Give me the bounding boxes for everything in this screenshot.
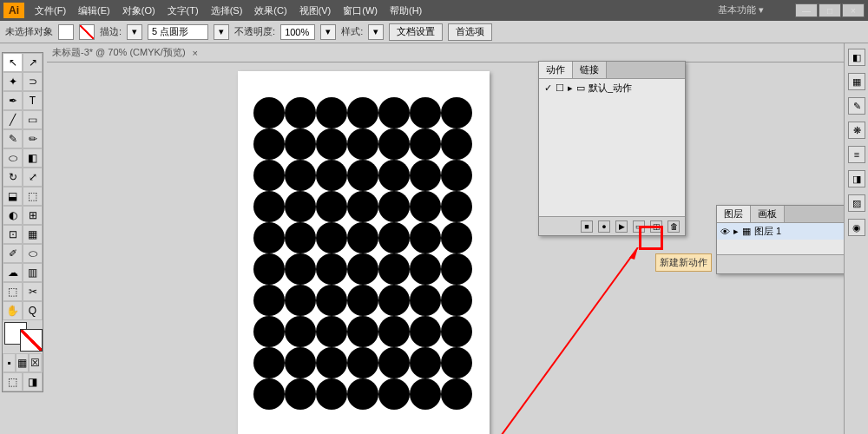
circle-shape[interactable] (378, 97, 410, 128)
circle-shape[interactable] (410, 128, 441, 160)
circle-shape[interactable] (441, 316, 472, 347)
trash-icon[interactable]: 🗑 (667, 220, 680, 233)
pen-tool[interactable]: ✒ (3, 91, 23, 110)
record-icon[interactable]: ● (598, 220, 610, 233)
circle-shape[interactable] (441, 191, 472, 222)
toggle-icon[interactable]: ☐ (556, 82, 564, 94)
play-icon[interactable]: ▶ (615, 220, 628, 233)
circle-shape[interactable] (285, 378, 316, 410)
circle-shape[interactable] (378, 285, 410, 316)
shape-builder-tool[interactable]: ◐ (3, 206, 23, 225)
screen-mode[interactable]: ⬚ (3, 372, 23, 391)
style-dropdown[interactable]: ▾ (368, 24, 384, 40)
stroke-color[interactable] (20, 329, 43, 352)
layer-row[interactable]: 👁 ▸ ▦ 图层 1 ○ (717, 223, 852, 240)
circle-shape[interactable] (410, 253, 441, 285)
circle-shape[interactable] (316, 191, 347, 222)
selection-tool[interactable]: ↖ (3, 53, 23, 72)
menu-effect[interactable]: 效果(C) (249, 3, 292, 19)
workspace-switcher[interactable]: 基本功能 ▾ (718, 3, 764, 16)
line-tool[interactable]: ╱ (3, 110, 23, 129)
circle-shape[interactable] (253, 222, 285, 253)
circle-shape[interactable] (378, 316, 410, 347)
circle-shape[interactable] (316, 378, 347, 410)
scale-tool[interactable]: ⤢ (23, 168, 43, 187)
circle-shape[interactable] (253, 97, 285, 128)
brush-field[interactable]: 5 点圆形 (148, 24, 208, 40)
checkbox-icon[interactable]: ✓ (544, 82, 552, 94)
stroke-swatch[interactable] (79, 24, 95, 40)
layer-expand-icon[interactable]: ▸ (733, 226, 739, 237)
circle-shape[interactable] (441, 160, 472, 191)
stop-icon[interactable]: ■ (581, 220, 593, 233)
close-button[interactable]: × (842, 3, 865, 17)
circle-shape[interactable] (410, 160, 441, 191)
circle-shape[interactable] (285, 222, 316, 253)
circle-shape[interactable] (378, 128, 410, 160)
eyedropper-tool[interactable]: ✐ (3, 244, 23, 263)
mesh-tool[interactable]: ⊡ (3, 225, 23, 244)
circle-shape[interactable] (253, 378, 285, 410)
circle-shape[interactable] (347, 316, 378, 347)
circle-shape[interactable] (253, 285, 285, 316)
circle-shape[interactable] (316, 160, 347, 191)
appearance-icon[interactable]: ◉ (848, 219, 865, 236)
free-transform-tool[interactable]: ⬚ (23, 187, 43, 206)
pencil-tool[interactable]: ✏ (23, 129, 43, 148)
brush-tool[interactable]: ✎ (3, 129, 23, 148)
stroke-panel-icon[interactable]: ≡ (848, 146, 865, 163)
circle-shape[interactable] (347, 160, 378, 191)
circle-shape[interactable] (253, 316, 285, 347)
circle-shape[interactable] (316, 253, 347, 285)
circle-shape[interactable] (441, 378, 472, 410)
stroke-label[interactable]: 描边: (100, 25, 122, 38)
menu-select[interactable]: 选择(S) (206, 3, 248, 19)
type-tool[interactable]: T (23, 91, 43, 110)
brushes-panel-icon[interactable]: ✎ (848, 97, 865, 115)
blob-tool[interactable]: ⬭ (3, 148, 23, 168)
circle-shape[interactable] (285, 253, 316, 285)
transparency-icon[interactable]: ▨ (848, 194, 865, 212)
circle-shape[interactable] (441, 97, 472, 128)
close-tab-icon[interactable]: × (193, 48, 198, 58)
color-panel-icon[interactable]: ◧ (848, 49, 865, 66)
circle-shape[interactable] (253, 253, 285, 285)
circle-shape[interactable] (285, 191, 316, 222)
zoom-tool[interactable]: Q (23, 301, 43, 320)
menu-edit[interactable]: 编辑(E) (73, 3, 115, 19)
circle-shape[interactable] (347, 347, 378, 378)
circle-shape[interactable] (285, 97, 316, 128)
swatches-panel-icon[interactable]: ▦ (848, 73, 865, 90)
circle-shape[interactable] (316, 222, 347, 253)
circle-shape[interactable] (378, 160, 410, 191)
color-mode[interactable]: ▪ (3, 353, 16, 372)
docsetup-button[interactable]: 文档设置 (389, 23, 443, 41)
symbol-tool[interactable]: ☁ (3, 263, 23, 282)
circle-shape[interactable] (410, 316, 441, 347)
circle-shape[interactable] (347, 97, 378, 128)
circle-shape[interactable] (410, 191, 441, 222)
eraser-tool[interactable]: ◧ (23, 148, 43, 168)
artboards-tab[interactable]: 画板 (751, 206, 785, 222)
circle-shape[interactable] (347, 285, 378, 316)
circle-shape[interactable] (285, 160, 316, 191)
width-tool[interactable]: ⬓ (3, 187, 23, 206)
visibility-icon[interactable]: 👁 (720, 227, 730, 237)
action-set-row[interactable]: ✓ ☐ ▸ ▭ 默认_动作 (539, 79, 685, 97)
slice-tool[interactable]: ✂ (23, 282, 43, 301)
hand-tool[interactable]: ✋ (3, 301, 23, 320)
circle-shape[interactable] (285, 316, 316, 347)
menu-window[interactable]: 窗口(W) (338, 3, 383, 19)
document-tab[interactable]: 未标题-3* @ 70% (CMYK/预览) × (47, 43, 868, 62)
circle-shape[interactable] (378, 347, 410, 378)
circle-shape[interactable] (441, 253, 472, 285)
circle-shape[interactable] (253, 191, 285, 222)
circle-shape[interactable] (253, 347, 285, 378)
circle-shape[interactable] (441, 128, 472, 160)
menu-help[interactable]: 帮助(H) (385, 3, 427, 19)
circle-shape[interactable] (316, 97, 347, 128)
circle-shape[interactable] (347, 253, 378, 285)
circle-shape[interactable] (441, 347, 472, 378)
none-mode[interactable]: ☒ (29, 353, 42, 372)
circle-shape[interactable] (378, 378, 410, 410)
